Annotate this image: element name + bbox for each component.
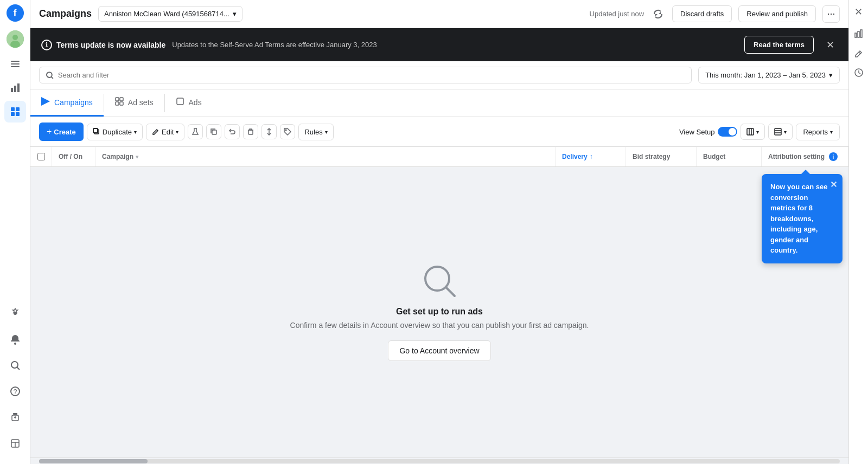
create-button[interactable]: + Create (39, 123, 84, 141)
horizontal-scrollbar[interactable] (30, 457, 848, 464)
th-campaign: Campaign ▾ (95, 147, 556, 166)
sidebar-item-debug[interactable] (4, 407, 26, 428)
breakdown-button[interactable]: ▾ (768, 124, 793, 140)
svg-rect-35 (93, 128, 98, 133)
test-button[interactable] (188, 124, 203, 139)
svg-rect-19 (13, 413, 17, 415)
chevron-down-icon: ▾ (233, 10, 237, 18)
tooltip-close-button[interactable]: ✕ (830, 178, 837, 191)
reports-button[interactable]: Reports ▾ (796, 124, 840, 140)
tab-adsets[interactable]: Ad sets (104, 89, 164, 117)
search-row: This month: Jan 1, 2023 – Jan 5, 2023 ▾ (30, 61, 848, 89)
ads-tab-icon (176, 97, 184, 107)
duplicate-chevron-icon: ▾ (134, 129, 137, 135)
campaign-table-area: Campaigns Ad sets (30, 89, 848, 457)
terms-icon: ℹ (41, 40, 52, 50)
th-delivery[interactable]: Delivery ↑ (556, 147, 626, 166)
tag-button[interactable] (280, 124, 295, 139)
rearrange-button[interactable] (261, 124, 277, 139)
sidebar-item-help[interactable]: ? (4, 381, 26, 402)
breakdown-chevron-icon: ▾ (784, 129, 787, 135)
view-setup-toggle[interactable] (718, 127, 737, 137)
more-options-button[interactable]: ··· (822, 5, 840, 23)
edit-icon (152, 128, 159, 136)
svg-rect-12 (16, 112, 20, 116)
adsets-tab-icon (115, 97, 124, 107)
terms-title: Terms update is now available (56, 41, 165, 49)
sort-icon: ▾ (136, 154, 138, 160)
duplicate-icon (93, 128, 100, 136)
svg-point-1 (12, 35, 18, 40)
rules-label: Rules (304, 128, 322, 136)
right-sidebar-close-button[interactable]: ✕ (851, 4, 866, 20)
attribution-tooltip: ✕ Now you can see conversion metrics for… (762, 174, 843, 263)
duplicate-button[interactable]: Duplicate ▾ (87, 124, 143, 140)
delete-button[interactable] (243, 124, 258, 139)
rules-button[interactable]: Rules ▾ (298, 124, 333, 140)
account-selector[interactable]: Anniston McClean Ward (4591568714... ▾ (98, 6, 242, 22)
svg-rect-50 (858, 31, 859, 37)
table-header: Off / On Campaign ▾ Delivery ↑ Bid strat… (30, 147, 848, 167)
edit-label: Edit (162, 128, 174, 136)
left-sidebar: f (0, 0, 30, 464)
sidebar-item-settings[interactable] (4, 302, 26, 324)
sidebar-item-notifications[interactable] (4, 328, 26, 350)
discard-drafts-button[interactable]: Discard drafts (672, 5, 732, 22)
edit-button[interactable]: Edit ▾ (146, 124, 184, 140)
columns-chevron-icon: ▾ (756, 129, 759, 135)
sidebar-item-package[interactable] (4, 433, 26, 454)
meta-logo: f (7, 4, 24, 22)
terms-banner: ℹ Terms update is now available Updates … (30, 28, 848, 61)
right-sidebar-edit-icon[interactable] (851, 46, 866, 61)
th-bid: Bid strategy (626, 147, 697, 166)
refresh-button[interactable] (650, 7, 666, 22)
scrollbar-thumb[interactable] (39, 459, 148, 463)
plus-icon: + (47, 127, 52, 137)
svg-line-52 (859, 52, 860, 54)
date-range-text: This month: Jan 1, 2023 – Jan 5, 2023 (705, 71, 826, 79)
close-banner-button[interactable]: ✕ (822, 37, 838, 53)
ads-tab-label: Ads (189, 98, 202, 107)
attribution-info-icon[interactable]: i (829, 152, 838, 161)
view-setup: View Setup (679, 127, 738, 137)
svg-rect-11 (11, 112, 15, 116)
main-content: Campaigns Anniston McClean Ward (4591568… (30, 0, 848, 464)
campaigns-tab-icon (41, 97, 50, 107)
svg-rect-41 (747, 128, 754, 135)
svg-rect-5 (11, 66, 20, 67)
right-sidebar-chart-icon[interactable] (851, 26, 866, 41)
empty-title: Get set up to run ads (396, 307, 483, 317)
svg-rect-8 (17, 83, 20, 92)
right-sidebar: ✕ (848, 0, 868, 464)
right-sidebar-clock-icon[interactable] (851, 65, 866, 80)
search-input[interactable] (58, 71, 685, 79)
th-budget: Budget (697, 147, 762, 166)
copy-button[interactable] (206, 124, 221, 139)
th-checkbox (30, 147, 52, 166)
date-picker[interactable]: This month: Jan 1, 2023 – Jan 5, 2023 ▾ (698, 67, 840, 83)
svg-rect-30 (120, 98, 123, 101)
read-terms-button[interactable]: Read the terms (744, 36, 814, 54)
th-attribution: Attribution setting i ✕ Now you can see … (762, 147, 848, 166)
undo-button[interactable] (225, 124, 240, 139)
svg-rect-44 (775, 128, 781, 135)
campaigns-tab-label: Campaigns (54, 98, 93, 107)
select-all-checkbox[interactable] (37, 153, 45, 160)
empty-search-icon (422, 263, 457, 298)
sidebar-item-search[interactable] (4, 355, 26, 376)
sidebar-item-chart[interactable] (4, 77, 26, 99)
svg-text:?: ? (13, 388, 17, 396)
svg-point-14 (14, 343, 16, 345)
sidebar-item-campaigns[interactable] (4, 101, 26, 123)
svg-rect-3 (11, 61, 20, 62)
tab-campaigns[interactable]: Campaigns (30, 89, 104, 117)
review-publish-button[interactable]: Review and publish (738, 5, 816, 22)
avatar[interactable] (7, 30, 24, 48)
go-to-account-button[interactable]: Go to Account overview (388, 340, 490, 361)
sidebar-item-menu[interactable] (4, 53, 26, 75)
svg-rect-31 (116, 102, 119, 105)
search-input-wrapper[interactable] (39, 67, 692, 83)
updated-status: Updated just now (590, 10, 644, 18)
columns-button[interactable]: ▾ (741, 124, 765, 140)
tab-ads[interactable]: Ads (165, 89, 213, 117)
